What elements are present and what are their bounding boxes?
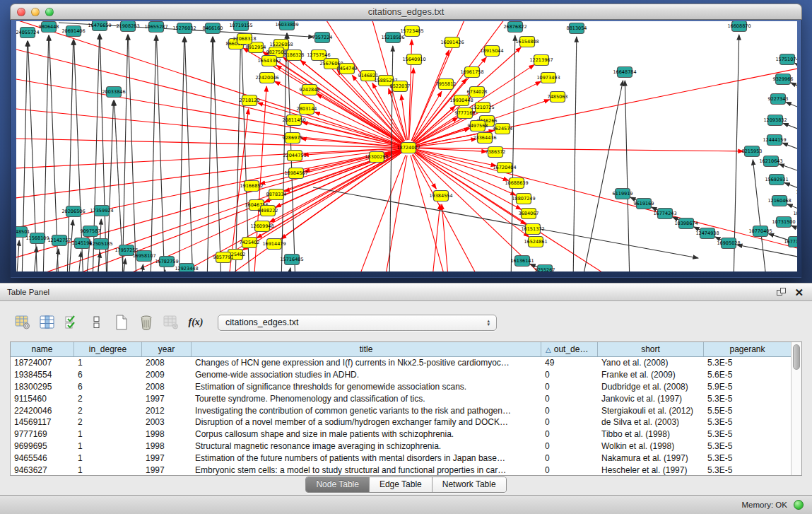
network-canvas[interactable]: 1872400718300295193845542242004686601288… [16,21,797,271]
table-cell[interactable]: 1 [74,429,142,439]
close-panel-icon[interactable]: ✕ [794,287,804,298]
table-cell[interactable]: 22420046 [11,406,74,416]
graph-edge[interactable] [16,148,401,170]
graph-edge[interactable] [783,123,797,139]
graph-edge[interactable] [511,35,515,271]
table-cell[interactable]: 0 [541,465,598,475]
column-header-pagerank[interactable]: pagerank [704,342,791,356]
table-row[interactable]: 969969511998Structural magnetic resonanc… [11,440,791,452]
table-cell[interactable]: 9777169 [11,429,74,439]
graph-edge[interactable] [235,34,241,271]
table-cell[interactable]: 1997 [142,453,192,463]
table-cell[interactable]: Embryonic stem cells: a model to study s… [192,465,541,475]
table-cell[interactable]: 1 [74,453,142,463]
table-row[interactable]: 1872400712008Changes of HCN gene express… [11,357,791,369]
graph-edge[interactable] [128,35,136,271]
table-cell[interactable]: 5.3E-5 [704,465,791,475]
table-row[interactable]: 977716911998Corpus callosum shape and si… [11,428,791,440]
table-cell[interactable]: de Silva et al. (2003) [598,417,704,427]
table-scrollbar[interactable] [791,342,801,475]
new-table-icon[interactable] [110,312,133,333]
table-cell[interactable]: 0 [541,441,598,451]
table-row[interactable]: 1938455462009Genome-wide association stu… [11,369,791,381]
table-cell[interactable]: 9115460 [11,394,74,404]
show-hide-columns-icon[interactable] [36,312,59,333]
table-cell[interactable]: 0 [541,382,598,392]
table-cell[interactable]: Hescheler et al. (1997) [598,465,704,475]
table-cell[interactable]: 0 [541,453,598,463]
table-cell[interactable]: 18300295 [11,382,74,392]
table-cell[interactable]: Franke et al. (2009) [598,370,704,380]
graph-edge[interactable] [715,237,722,240]
table-cell[interactable]: 2009 [142,370,192,380]
graph-edge[interactable] [795,63,797,78]
table-cell[interactable]: 1998 [142,441,192,451]
table-cell[interactable]: 2003 [142,417,192,427]
table-cell[interactable]: 49 [541,358,598,368]
table-cell[interactable]: Structural magnetic resonance image aver… [192,441,541,451]
column-header-in_degree[interactable]: in_degree [74,342,142,356]
table-cell[interactable]: 1997 [142,394,192,404]
select-all-icon[interactable] [61,312,83,333]
table-cell[interactable]: 19384554 [11,370,74,380]
table-cell[interactable]: 2008 [142,358,192,368]
table-cell[interactable]: 1998 [142,429,192,439]
table-cell[interactable]: 2 [74,394,142,404]
table-cell[interactable]: 2012 [142,406,192,416]
graph-edge[interactable] [737,245,797,262]
graph-edge[interactable] [432,204,440,271]
table-cell[interactable]: 2 [74,417,142,427]
graph-edge[interactable] [241,34,249,271]
table-cell[interactable]: Investigating the contribution of common… [192,406,541,416]
table-cell[interactable]: Tourette syndrome. Phenomenology and cla… [192,394,541,404]
table-cell[interactable]: Dudbridge et al. (2008) [598,382,704,392]
table-cell[interactable]: 9463627 [11,465,74,475]
table-cell[interactable]: Nakamura et al. (1997) [598,453,704,463]
table-row[interactable]: 946362711997Embryonic stem cells: a mode… [11,464,791,475]
graph-edge[interactable] [412,155,483,271]
graph-edge[interactable] [573,37,577,271]
graph-edge[interactable] [158,151,401,271]
graph-edge[interactable] [782,143,797,158]
graph-edge[interactable] [442,204,449,271]
tab-node-table[interactable]: Node Table [306,477,370,492]
graph-edge[interactable] [16,42,401,146]
network-window-titlebar[interactable]: citations_edges.txt [10,4,802,20]
table-cell[interactable]: 1 [74,441,142,451]
table-cell[interactable]: Estimation of significance thresholds fo… [192,382,541,392]
graph-edge[interactable] [213,37,221,271]
table-cell[interactable]: 5.5E-5 [704,406,791,416]
table-cell[interactable]: 0 [541,417,598,427]
graph-edge[interactable] [384,156,407,271]
graph-edge[interactable] [786,103,797,117]
graph-edge[interactable] [122,35,128,271]
table-cell[interactable]: 0 [541,406,598,416]
table-cell[interactable]: 2008 [142,382,192,392]
column-header-out_de[interactable]: △out_de… [541,342,598,356]
graph-edge[interactable] [625,81,630,271]
graph-edge[interactable] [16,240,19,271]
graph-edge[interactable] [151,35,156,271]
table-cell[interactable]: 5.3E-5 [704,453,791,463]
table-cell[interactable]: Disruption of a novel member of a sodium… [192,417,541,427]
graph-edge[interactable] [16,138,401,148]
table-cell[interactable]: 2 [74,406,142,416]
graph-edge[interactable] [630,197,637,200]
table-cell[interactable]: 1 [74,465,142,475]
network-graph[interactable]: 1872400718300295193845542242004686601288… [16,21,797,271]
graph-edge[interactable] [67,40,73,271]
graph-edge[interactable] [16,148,401,201]
tab-edge-table[interactable]: Edge Table [370,477,433,492]
graph-edge[interactable] [73,40,83,271]
float-panel-icon[interactable] [777,288,786,296]
graph-edge[interactable] [100,34,107,271]
column-header-title[interactable]: title [192,342,541,356]
graph-edge[interactable] [288,268,290,271]
graph-edge[interactable] [156,35,165,271]
table-cell[interactable]: Corpus callosum shape and size in male p… [192,429,541,439]
table-row[interactable]: 946554611997Estimation of the future num… [11,452,791,464]
column-header-short[interactable]: short [598,342,704,356]
graph-edge[interactable] [184,37,193,271]
table-row[interactable]: 1456911722003Disruption of a novel membe… [11,416,791,428]
table-cell[interactable]: Jankovic et al. (1997) [598,394,704,404]
